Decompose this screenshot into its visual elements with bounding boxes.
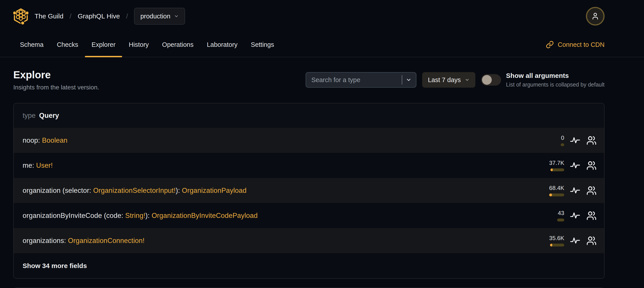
type-query-card: type Query noop: Boolean 0: [13, 103, 604, 279]
usage-stat: 0: [538, 134, 564, 146]
field-users-button[interactable]: [586, 160, 596, 171]
type-search-combobox[interactable]: [306, 72, 416, 88]
toggle-description: List of arguments is collapsed by defaul…: [506, 81, 604, 88]
field-signature: organization (selector: OrganizationSele…: [22, 187, 246, 195]
hive-logo-icon[interactable]: [13, 8, 28, 25]
field-usage-block: 35.6K: [538, 235, 596, 246]
link-icon: [546, 41, 554, 49]
graphql-type-link[interactable]: User!: [36, 162, 53, 169]
tab-history[interactable]: History: [122, 32, 155, 57]
field-activity-button[interactable]: [570, 135, 580, 146]
users-icon: [586, 236, 596, 246]
field-signature: noop: Boolean: [22, 136, 68, 144]
graphql-type-link[interactable]: OrganizationByInviteCodePayload: [152, 212, 258, 219]
usage-count: 68.4K: [549, 185, 564, 191]
breadcrumb: The Guild / GraphQL Hive / production: [34, 8, 185, 25]
activity-icon: [570, 185, 580, 196]
field-signature: me: User!: [22, 162, 53, 169]
chevron-down-icon: [465, 77, 470, 82]
users-icon: [586, 185, 596, 196]
usage-bar-fill: [550, 168, 553, 171]
usage-count: 43: [558, 210, 564, 216]
field-activity-button[interactable]: [570, 160, 580, 171]
usage-bar-fill: [550, 244, 552, 246]
nav-tab-bar: SchemaChecksExplorerHistoryOperationsLab…: [0, 32, 644, 57]
activity-icon: [570, 211, 580, 221]
field-name-text: ):: [176, 187, 182, 194]
field-row: organization (selector: OrganizationSele…: [14, 178, 604, 203]
field-users-button[interactable]: [586, 236, 596, 246]
field-name-text: ):: [146, 212, 152, 219]
graphql-type-link[interactable]: String!: [125, 212, 146, 219]
breadcrumb-separator: /: [70, 13, 71, 20]
users-icon: [586, 211, 596, 221]
tab-operations[interactable]: Operations: [155, 32, 200, 57]
graphql-type-link[interactable]: OrganizationPayload: [182, 187, 247, 194]
tab-laboratory[interactable]: Laboratory: [200, 32, 244, 57]
activity-icon: [570, 135, 580, 146]
section-titles: Explore Insights from the latest version…: [13, 69, 99, 91]
field-usage-block: 37.7K: [538, 160, 596, 171]
tab-explorer[interactable]: Explorer: [85, 32, 122, 57]
usage-stat: 37.7K: [538, 160, 564, 171]
usage-bar-fill: [549, 193, 552, 196]
tab-schema[interactable]: Schema: [13, 32, 50, 57]
connect-to-cdn-button[interactable]: Connect to CDN: [546, 32, 604, 57]
usage-bar-track: [561, 143, 564, 146]
field-users-button[interactable]: [586, 211, 596, 221]
usage-stat: 68.4K: [538, 185, 564, 196]
field-signature: organizations: OrganizationConnection!: [22, 237, 144, 245]
show-more-fields-button[interactable]: Show 34 more fields: [14, 253, 604, 278]
graphql-type-link[interactable]: OrganizationSelectorInput!: [93, 187, 176, 194]
breadcrumb-org-link[interactable]: The Guild: [34, 13, 64, 20]
graphql-type-link[interactable]: Boolean: [42, 136, 67, 144]
field-name-text: organizationByInviteCode (code:: [22, 212, 125, 219]
date-range-value: Last 7 days: [428, 76, 461, 84]
show-all-arguments-toggle[interactable]: [481, 74, 501, 86]
type-name: Query: [39, 112, 59, 120]
field-name-text: noop:: [22, 136, 42, 144]
field-activity-button[interactable]: [570, 185, 580, 196]
usage-bar-track: [550, 168, 564, 171]
combobox-divider: [402, 75, 402, 85]
usage-bar-track: [557, 218, 564, 221]
toggle-label: Show all arguments: [506, 72, 604, 79]
tab-settings[interactable]: Settings: [244, 32, 281, 57]
usage-count: 37.7K: [549, 160, 564, 166]
field-signature: organizationByInviteCode (code: String!)…: [22, 212, 258, 220]
target-selector-value: production: [140, 13, 170, 20]
top-header: The Guild / GraphQL Hive / production: [0, 0, 644, 32]
user-avatar-icon: [591, 12, 599, 20]
field-activity-button[interactable]: [570, 211, 580, 221]
target-selector-button[interactable]: production: [134, 8, 185, 25]
field-users-button[interactable]: [586, 185, 596, 196]
chevron-down-icon: [174, 14, 179, 19]
toggle-knob: [482, 75, 492, 85]
field-usage-block: 43: [538, 210, 596, 221]
user-avatar-button[interactable]: [586, 7, 604, 26]
tab-checks[interactable]: Checks: [50, 32, 85, 57]
date-range-button[interactable]: Last 7 days: [422, 72, 475, 88]
field-activity-button[interactable]: [570, 236, 580, 246]
type-card-header: type Query: [14, 103, 604, 128]
show-arguments-control: Show all arguments List of arguments is …: [481, 72, 604, 88]
breadcrumb-project-link[interactable]: GraphQL Hive: [78, 13, 120, 20]
activity-icon: [570, 236, 580, 246]
tabs: SchemaChecksExplorerHistoryOperationsLab…: [13, 32, 281, 57]
field-users-button[interactable]: [586, 135, 596, 146]
users-icon: [586, 160, 596, 171]
usage-stat: 43: [538, 210, 564, 221]
chevron-down-icon[interactable]: [406, 77, 412, 83]
type-search-input[interactable]: [311, 76, 400, 84]
usage-count: 35.6K: [549, 235, 564, 242]
usage-bar-track: [549, 193, 564, 196]
page-title: Explore: [13, 69, 99, 81]
field-row: organizations: OrganizationConnection! 3…: [14, 228, 604, 253]
field-row: organizationByInviteCode (code: String!)…: [14, 203, 604, 228]
toggle-labels: Show all arguments List of arguments is …: [506, 72, 604, 88]
usage-bar-track: [550, 244, 564, 246]
graphql-type-link[interactable]: OrganizationConnection!: [68, 237, 145, 244]
activity-icon: [570, 160, 580, 171]
section-header: Explore Insights from the latest version…: [0, 69, 644, 91]
connect-to-cdn-label: Connect to CDN: [558, 41, 604, 48]
